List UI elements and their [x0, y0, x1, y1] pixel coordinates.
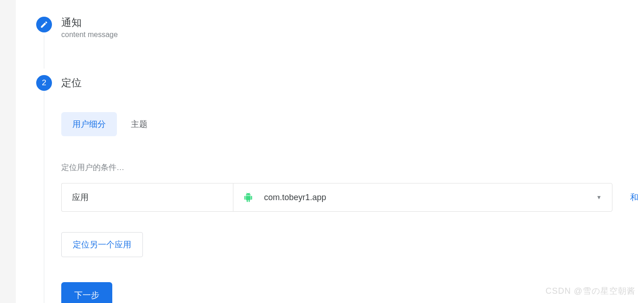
chevron-down-icon: ▼	[596, 194, 602, 201]
step-1-header: 通知 content message	[61, 17, 118, 39]
condition-row: 应用 com.tobeyr1.app ▼ 和	[61, 183, 644, 212]
condition-type-select[interactable]: 应用	[61, 183, 233, 212]
next-button[interactable]: 下一步	[61, 282, 112, 303]
watermark-text: CSDN @雪の星空朝酱	[546, 285, 636, 297]
step-1-subtitle: content message	[61, 31, 118, 39]
step-2-title: 定位	[61, 77, 82, 89]
step-1-indicator	[36, 17, 52, 32]
page-left-edge	[0, 0, 16, 303]
tab-topic[interactable]: 主题	[127, 112, 151, 136]
step-1-title: 通知	[61, 17, 118, 29]
step-2-body: 用户细分 主题 定位用户的条件… 应用 com.tobeyr1.app ▼ 和 …	[61, 112, 644, 303]
target-another-app-button[interactable]: 定位另一个应用	[61, 232, 143, 257]
tab-user-segment[interactable]: 用户细分	[61, 112, 117, 136]
step-2-number: 2	[42, 78, 46, 88]
step-2-indicator: 2	[36, 75, 52, 91]
and-label: 和	[630, 192, 638, 203]
app-select-dropdown[interactable]: com.tobeyr1.app ▼	[233, 183, 612, 212]
condition-type-label: 应用	[72, 193, 89, 202]
app-value-display: com.tobeyr1.app	[244, 193, 326, 202]
pencil-icon	[40, 20, 48, 29]
step-2-targeting: 2 定位	[36, 75, 644, 91]
app-package-name: com.tobeyr1.app	[264, 193, 326, 202]
condition-label: 定位用户的条件…	[61, 162, 644, 173]
android-icon	[244, 193, 253, 202]
add-and-condition-link[interactable]: 和	[630, 183, 644, 212]
wizard-content: 通知 content message 2 定位 用户细分 主题 定位用户的条件……	[36, 17, 644, 303]
targeting-tabs: 用户细分 主题	[61, 112, 644, 136]
step-1-notification[interactable]: 通知 content message	[36, 17, 644, 39]
step-2-header: 定位	[61, 75, 82, 91]
